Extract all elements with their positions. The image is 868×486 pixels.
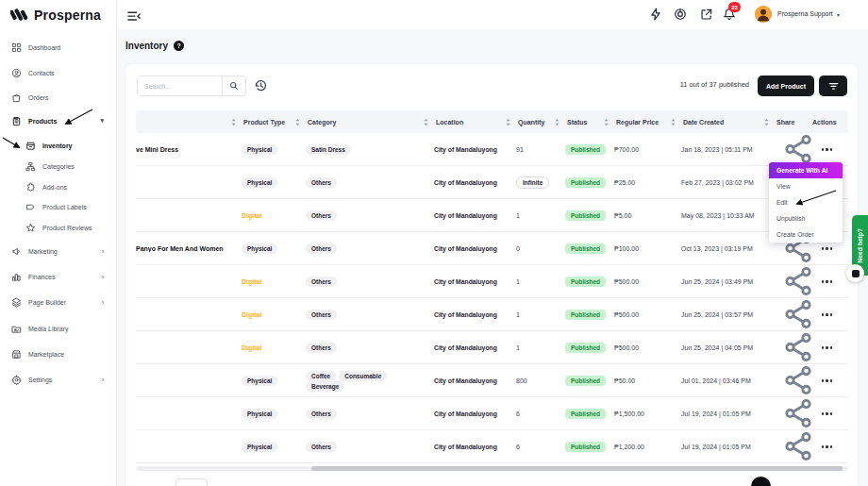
sidebar-item-page-builder[interactable]: Page Builder› [0,293,117,311]
table-header: Product TypeCategoryLocationQuantityStat… [136,110,848,133]
chevron-right-icon[interactable]: › [102,377,104,383]
date-created: Jan 18, 2023 | 05:11 PM [681,146,775,153]
context-menu-item-edit[interactable]: Edit [769,194,843,210]
column-header-share: Share [775,110,810,133]
actions-menu-icon[interactable] [822,379,844,381]
search-input[interactable] [138,76,222,95]
status-badge: Published [565,177,606,188]
sort-icon[interactable] [604,118,609,126]
target-icon[interactable] [674,8,687,21]
context-menu-item-generate-with-ai[interactable]: Generate With AI [769,162,843,178]
regular-price: ₱500.00 [614,311,681,318]
context-menu-item-view[interactable]: View [769,178,843,194]
location: City of Mandaluyong [434,344,497,351]
category-pill: Others [306,310,337,320]
megaphone-icon [11,246,22,257]
page-size-select[interactable] [175,478,208,486]
sort-icon[interactable] [231,118,236,126]
column-header-date-created[interactable]: Date Created [681,110,775,133]
menu-fold-icon[interactable] [127,8,141,20]
column-header-product[interactable] [136,110,242,133]
location: City of Mandaluyong [434,179,497,186]
sort-icon[interactable] [424,118,428,126]
brand-logo[interactable]: Prosperna [10,7,101,23]
chevron-down-icon[interactable]: ▾ [837,11,840,18]
column-header-regular-price[interactable]: Regular Price [614,110,681,133]
column-header-quantity[interactable]: Quantity [516,110,565,133]
actions-menu-icon[interactable] [822,412,844,414]
sidebar-item-marketplace[interactable]: Marketplace [0,344,117,363]
context-menu-item-create-order[interactable]: Create Order [769,226,843,243]
help-icon[interactable]: ? [174,41,184,51]
actions-menu-icon[interactable] [822,280,844,282]
category-pill: Others [306,343,337,353]
inventory-card: 11 out of 37 published Add Product Produ… [125,64,858,486]
sidebar-item-finances[interactable]: Finances› [0,267,117,286]
sort-icon[interactable] [764,118,769,126]
chevron-down-icon[interactable]: ▾ [100,117,104,125]
quantity: 1 [516,212,520,219]
share-icon[interactable] [782,391,814,397]
brand-name: Prosperna [34,8,101,23]
share-icon[interactable] [782,424,814,430]
sort-icon[interactable] [671,118,676,126]
share-icon[interactable] [782,358,814,364]
actions-menu-icon[interactable] [822,445,844,447]
scrollbar-thumb[interactable] [311,466,843,471]
product-type: Physical [242,144,277,155]
sidebar-item-settings[interactable]: Settings› [0,370,117,389]
sidebar-item-marketing[interactable]: Marketing› [0,242,117,260]
product-name-link[interactable]: ve Mini Dress [136,146,242,153]
regular-price: ₱25.00 [614,179,681,186]
share-icon[interactable] [782,325,814,331]
sidebar-item-dashboard[interactable]: Dashboard [0,38,117,57]
sidebar-item-products[interactable]: Products▾ [0,111,117,130]
user-name[interactable]: Prosperna Support [777,10,833,17]
share-icon[interactable] [782,259,814,265]
actions-menu-icon[interactable] [822,148,844,150]
chevron-right-icon[interactable]: › [102,248,104,255]
dashboard-icon [11,42,22,53]
product-name-link[interactable]: Panyo For Men And Women [136,245,242,252]
sidebar-item-categories[interactable]: Categories [0,157,117,176]
sidebar-item-contacts[interactable]: Contacts [0,63,117,82]
actions-menu-icon[interactable] [822,346,844,348]
avatar[interactable] [755,6,772,23]
status-badge: Published [565,442,606,452]
sort-icon[interactable] [295,118,300,126]
add-product-button[interactable]: Add Product [758,75,814,96]
actions-menu-icon[interactable] [822,247,844,249]
bolt-icon[interactable] [649,8,662,21]
filter-icon [828,82,839,91]
horizontal-scrollbar[interactable] [136,466,848,471]
chevron-right-icon[interactable]: › [102,299,104,306]
sidebar-item-label: Marketplace [28,351,64,358]
column-label: Share [776,119,794,126]
sidebar-item-inventory[interactable]: Inventory [0,136,117,155]
context-menu-item-unpublish[interactable]: Unpublish [769,210,843,226]
share-icon[interactable] [782,292,814,298]
quantity: 6 [516,444,520,450]
external-link-icon[interactable] [700,8,713,21]
sort-icon[interactable] [555,118,559,126]
column-header-location[interactable]: Location [434,110,516,133]
share-icon[interactable] [782,457,814,463]
chevron-right-icon[interactable]: › [102,274,104,280]
filter-button[interactable] [819,75,847,96]
refresh-history-icon[interactable] [254,78,268,92]
column-header-category[interactable]: Category [306,110,434,133]
regular-price: ₱5.00 [614,212,681,219]
column-header-actions: Actions [810,110,848,133]
sidebar-item-product-reviews[interactable]: Product Reviews [0,218,117,237]
chat-widget-icon[interactable] [846,264,864,282]
column-header-product-type[interactable]: Product Type [242,110,306,133]
sidebar-item-product-labels[interactable]: Product Labels [0,197,117,216]
sidebar-item-add-ons[interactable]: Add-ons [0,177,117,196]
sort-icon[interactable] [506,118,510,126]
category-pill: Satin Dress [306,144,351,155]
search-icon[interactable] [222,76,245,95]
sidebar-item-media-library[interactable]: Media Library [0,319,117,338]
sidebar-item-orders[interactable]: Orders [0,88,117,107]
column-header-status[interactable]: Status [565,110,614,133]
actions-menu-icon[interactable] [822,313,844,315]
